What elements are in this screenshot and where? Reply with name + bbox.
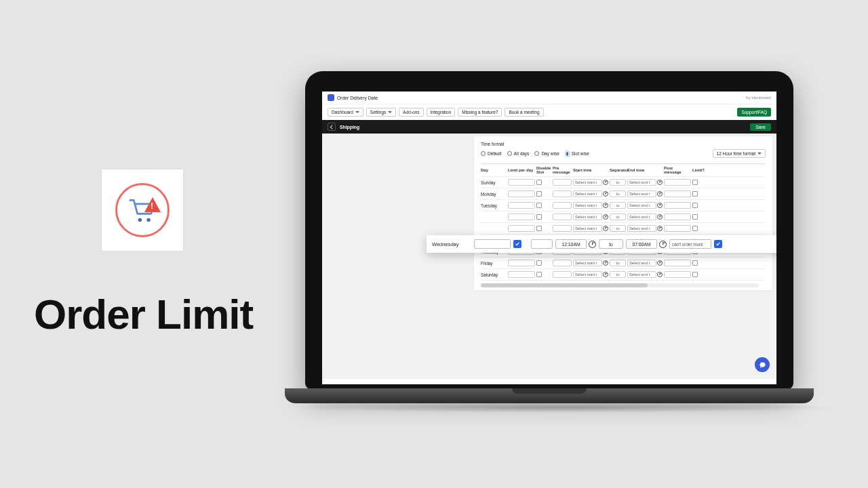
pre-input[interactable] <box>553 179 572 186</box>
post-input[interactable] <box>664 225 691 232</box>
book-meeting-button[interactable]: Book a meeting <box>505 108 543 117</box>
limit-input[interactable] <box>508 225 535 232</box>
settings-button[interactable]: Settings <box>366 108 397 117</box>
start-select[interactable]: Select start t <box>573 214 602 220</box>
post-input[interactable] <box>664 202 691 209</box>
radio-slotwise[interactable]: Slot wise <box>565 150 589 157</box>
limit-checkbox[interactable] <box>692 214 698 220</box>
post-input[interactable] <box>664 260 691 266</box>
pre-input[interactable] <box>553 214 572 220</box>
start-select[interactable]: Select start t <box>573 260 602 266</box>
app-name: Order Delivery Date <box>337 96 378 100</box>
hl-limit-checkbox[interactable] <box>714 240 722 248</box>
hl-disable-checkbox[interactable] <box>513 240 521 248</box>
content-area: Time format Default All days Day wise Sl… <box>322 134 776 379</box>
chevron-down-icon <box>388 111 392 113</box>
limit-checkbox[interactable] <box>692 203 698 208</box>
end-select[interactable]: Select end t <box>627 260 656 266</box>
laptop-shadow <box>285 402 841 413</box>
disable-checkbox[interactable] <box>536 226 542 231</box>
end-select[interactable]: Select end t <box>627 202 656 209</box>
addons-button[interactable]: Add-ons <box>399 108 423 117</box>
separator-input[interactable]: to <box>610 190 626 197</box>
radio-default[interactable]: Default <box>481 151 502 156</box>
settings-panel: Time format Default All days Day wise Sl… <box>474 136 772 290</box>
end-select[interactable]: Select end t <box>627 214 656 220</box>
table-row: SundaySelect start ttoSelect end t <box>481 177 766 188</box>
start-select[interactable]: Select start t <box>573 179 602 186</box>
disable-checkbox[interactable] <box>536 272 542 277</box>
separator-input[interactable]: to <box>610 179 626 186</box>
save-button[interactable]: Save <box>750 123 771 131</box>
post-input[interactable] <box>664 190 691 197</box>
limit-input[interactable] <box>508 179 535 186</box>
time-format-button[interactable]: 12 Hour time format <box>713 149 766 158</box>
start-select[interactable]: Select start t <box>573 190 602 197</box>
end-select[interactable]: Select end t <box>627 225 656 232</box>
limit-checkbox[interactable] <box>692 260 698 266</box>
clock-icon <box>657 272 663 277</box>
slot-table: Day Limit per day Disable Slot Pre messa… <box>481 163 766 281</box>
clock-icon <box>603 180 608 185</box>
limit-checkbox[interactable] <box>692 272 698 277</box>
separator-input[interactable]: to <box>610 225 626 232</box>
table-row: FridaySelect start ttoSelect end t <box>481 258 766 269</box>
pre-input[interactable] <box>553 190 572 197</box>
separator-input[interactable]: to <box>610 271 626 278</box>
radio-daywise[interactable]: Day wise <box>534 151 559 156</box>
limit-input[interactable] <box>508 202 535 209</box>
separator-input[interactable]: to <box>610 214 626 220</box>
clock-icon <box>603 226 608 231</box>
integration-button[interactable]: Integration <box>427 108 456 117</box>
limit-checkbox[interactable] <box>692 180 698 185</box>
hl-day: Wednesday <box>432 241 471 247</box>
hl-pre-input[interactable] <box>531 239 553 249</box>
hl-start-select[interactable]: 12:10AM <box>555 239 587 249</box>
hl-separator[interactable]: to <box>599 239 623 249</box>
pre-input[interactable] <box>553 271 572 278</box>
radio-alldays[interactable]: All days <box>507 151 530 156</box>
limit-input[interactable] <box>508 190 535 197</box>
pre-input[interactable] <box>553 225 572 232</box>
separator-input[interactable]: to <box>610 260 626 266</box>
limit-checkbox[interactable] <box>692 191 698 197</box>
separator-input[interactable]: to <box>610 202 626 209</box>
clock-icon <box>657 260 663 266</box>
disable-checkbox[interactable] <box>536 214 542 220</box>
limit-input[interactable] <box>508 214 535 220</box>
horizontal-scrollbar[interactable] <box>481 283 759 287</box>
toolbar: Dashboard Settings Add-ons Integration M… <box>322 104 776 120</box>
svg-point-1 <box>146 218 150 222</box>
col-start: Start time <box>573 168 608 172</box>
chat-button[interactable] <box>755 357 770 372</box>
pre-input[interactable] <box>553 260 572 266</box>
clock-icon <box>589 241 596 248</box>
missing-feature-button[interactable]: Missing a feature? <box>458 108 502 117</box>
limit-checkbox[interactable] <box>692 226 698 231</box>
back-button[interactable] <box>328 123 336 131</box>
start-select[interactable]: Select start t <box>573 271 602 278</box>
day-cell: Tuesday <box>481 203 507 208</box>
disable-checkbox[interactable] <box>536 191 542 197</box>
end-select[interactable]: Select end t <box>627 190 656 197</box>
limit-input[interactable] <box>508 271 535 278</box>
hl-post-input[interactable]: can't order more <box>669 239 711 249</box>
limit-input[interactable] <box>508 260 535 266</box>
disable-checkbox[interactable] <box>536 203 542 208</box>
dashboard-button[interactable]: Dashboard <box>328 108 363 117</box>
support-button[interactable]: Support/FAQ <box>737 108 771 117</box>
post-input[interactable] <box>664 271 691 278</box>
post-input[interactable] <box>664 179 691 186</box>
start-select[interactable]: Select start t <box>573 225 602 232</box>
disable-checkbox[interactable] <box>536 260 542 266</box>
hl-end-select[interactable]: 07:00AM <box>626 239 657 249</box>
end-select[interactable]: Select end t <box>627 271 656 278</box>
start-select[interactable]: Select start t <box>573 202 602 209</box>
pre-input[interactable] <box>553 202 572 209</box>
end-select[interactable]: Select end t <box>627 179 656 186</box>
col-end: End time <box>627 168 663 172</box>
hl-limit-input[interactable] <box>474 239 511 249</box>
post-input[interactable] <box>664 214 691 220</box>
disable-checkbox[interactable] <box>536 180 542 185</box>
table-row: MondaySelect start ttoSelect end t <box>481 188 766 200</box>
